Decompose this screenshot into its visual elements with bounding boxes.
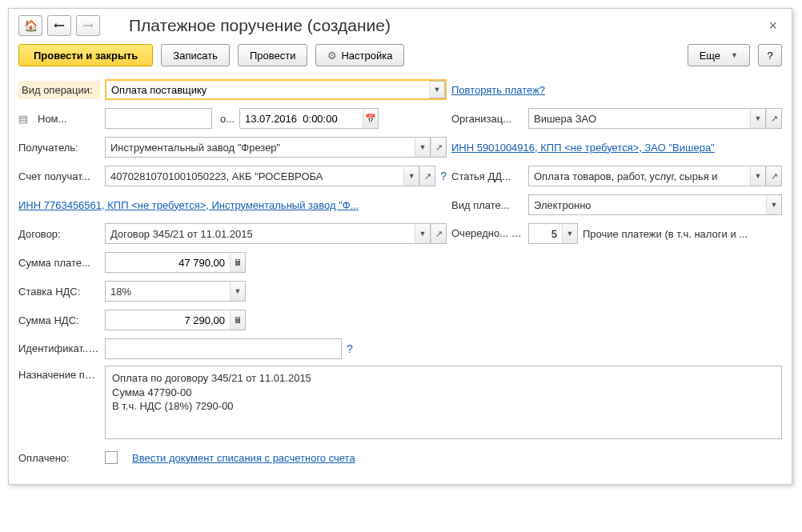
number-label: Ном... (38, 113, 100, 125)
operation-type-field[interactable]: ▼ (105, 79, 447, 100)
paid-label: Оплачено: (18, 452, 100, 464)
help-icon[interactable]: ? (440, 170, 447, 182)
titlebar: 🏠 🠔 🠖 Платежное поручение (создание) × (9, 9, 792, 39)
date-input[interactable] (239, 108, 363, 129)
save-button[interactable]: Записать (161, 44, 230, 66)
paid-checkbox[interactable] (105, 451, 118, 464)
dropdown-button[interactable]: ▼ (415, 223, 431, 244)
dds-field[interactable]: Оплата товаров, работ, услуг, сырья и ▼ … (528, 166, 782, 186)
recipient-inn-link[interactable]: ИНН 7763456561, КПП <не требуется>, Инст… (18, 199, 359, 211)
post-button[interactable]: Провести (238, 44, 308, 66)
form-area: Вид операции: ▼ Повторять платеж? ▤ Ном.… (9, 74, 792, 484)
settings-button[interactable]: Настройка (315, 44, 404, 66)
back-button[interactable]: 🠔 (47, 15, 71, 36)
payment-order-window: 🏠 🠔 🠖 Платежное поручение (создание) × П… (8, 8, 792, 485)
priority-input[interactable] (528, 223, 562, 244)
dropdown-button[interactable]: ▼ (403, 166, 419, 186)
dropdown-button[interactable]: ▼ (562, 223, 578, 244)
calendar-button[interactable]: 📅 (363, 108, 379, 129)
help-button[interactable]: ? (758, 44, 782, 66)
vat-sum-label: Сумма НДС: (18, 314, 100, 326)
close-button[interactable]: × (764, 18, 782, 34)
purpose-label: Назначение платежа: (18, 366, 100, 382)
vat-rate-label: Ставка НДС: (18, 286, 100, 298)
calculator-button[interactable]: 🖩 (230, 310, 246, 330)
vat-rate-field[interactable]: 18% ▼ (105, 281, 246, 302)
open-icon: ↗ (435, 142, 443, 153)
open-icon: ↗ (771, 171, 778, 182)
sum-label: Сумма плате... (18, 257, 100, 269)
forward-button[interactable]: 🠖 (76, 15, 100, 36)
dropdown-button[interactable]: ▼ (415, 137, 431, 158)
help-icon[interactable]: ? (347, 342, 353, 355)
more-button[interactable]: Еще▼ (688, 44, 750, 66)
org-inn-link[interactable]: ИНН 5901004916, КПП <не требуется>, ЗАО … (451, 142, 715, 154)
open-icon: ↗ (435, 229, 443, 239)
toolbar: Провести и закрыть Записать Провести Нас… (9, 39, 792, 74)
dropdown-button[interactable]: ▼ (429, 81, 445, 98)
payment-id-input[interactable] (105, 338, 342, 359)
window-title: Платежное поручение (создание) (129, 16, 759, 35)
payment-kind-field[interactable]: Электронно ▼ (528, 194, 782, 215)
dds-label: Статья ДД... (451, 170, 523, 182)
vat-sum-field[interactable]: 🖩 (105, 310, 246, 330)
contract-field[interactable]: Договор 345/21 от 11.01.2015 ▼ ↗ (105, 223, 447, 244)
gear-icon (327, 50, 337, 62)
dropdown-button[interactable]: ▼ (230, 281, 246, 302)
open-button[interactable]: ↗ (431, 137, 447, 158)
home-button[interactable]: 🏠 (18, 15, 42, 36)
recipient-field[interactable]: Инструментальный завод "Фрезер" ▼ ↗ (105, 137, 447, 158)
open-icon: ↗ (424, 171, 431, 182)
caret-icon: ▼ (731, 51, 738, 59)
recipient-label: Получатель: (18, 142, 100, 154)
priority-field[interactable]: ▼ (528, 223, 578, 244)
number-field[interactable] (105, 108, 212, 129)
recipient-account-label: Счет получат... (18, 170, 100, 182)
post-and-close-button[interactable]: Провести и закрыть (18, 44, 153, 66)
vat-sum-input[interactable] (105, 310, 230, 330)
open-button[interactable]: ↗ (431, 223, 447, 244)
priority-label: Очередно... платежа: (451, 228, 523, 239)
payment-id-field[interactable] (105, 338, 342, 359)
calendar-icon: 📅 (365, 114, 376, 124)
recipient-account-field[interactable]: 40702810701001050223, АКБ "РОСЕВРОБА ▼ ↗ (105, 166, 435, 186)
open-button[interactable]: ↗ (766, 108, 782, 129)
priority-note: Прочие платежи (в т.ч. налоги и ... (583, 228, 782, 240)
organization-label: Организац... (451, 113, 523, 125)
add-writeoff-link[interactable]: Ввести документ списания с расчетного сч… (132, 452, 355, 464)
operation-type-label: Вид операции: (18, 81, 100, 99)
operation-type-input[interactable] (106, 81, 429, 98)
calculator-button[interactable]: 🖩 (230, 252, 246, 273)
open-icon: ↗ (771, 114, 778, 124)
purpose-textarea[interactable]: Оплата по договору 345/21 от 11.01.2015 … (105, 366, 782, 439)
number-input[interactable] (105, 108, 212, 129)
document-icon: ▤ (18, 113, 33, 125)
payment-id-label: Идентификат... платежа: (18, 343, 100, 354)
dropdown-button[interactable]: ▼ (766, 194, 782, 215)
sum-input[interactable] (105, 252, 230, 273)
open-button[interactable]: ↗ (419, 166, 435, 186)
dropdown-button[interactable]: ▼ (750, 108, 766, 129)
organization-field[interactable]: Вишера ЗАО ▼ ↗ (528, 108, 782, 129)
from-label: о... (217, 113, 235, 125)
dropdown-button[interactable]: ▼ (750, 166, 766, 186)
sum-field[interactable]: 🖩 (105, 252, 246, 273)
payment-kind-label: Вид плате... (451, 199, 523, 211)
date-field[interactable]: 📅 (239, 108, 379, 129)
repeat-payment-link[interactable]: Повторять платеж? (451, 84, 545, 96)
open-button[interactable]: ↗ (766, 166, 782, 186)
contract-label: Договор: (18, 228, 100, 240)
calculator-icon: 🖩 (234, 315, 243, 325)
calculator-icon: 🖩 (234, 258, 243, 267)
